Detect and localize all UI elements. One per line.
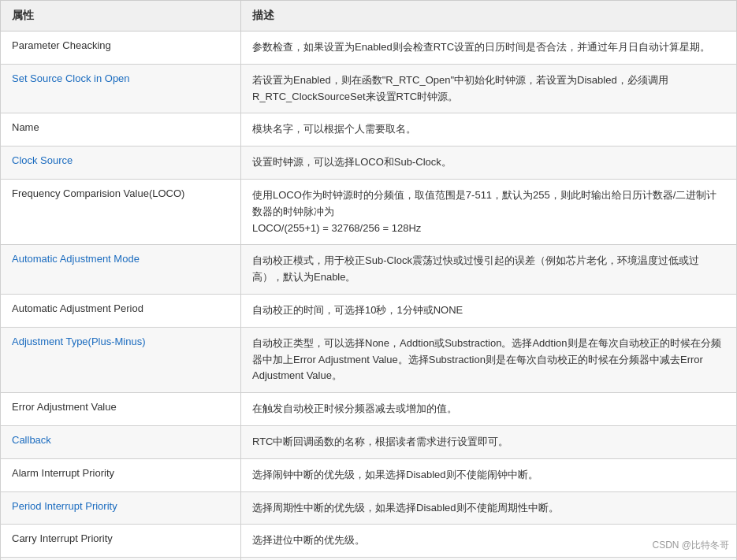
watermark: CSDN @比特冬哥 [652,539,729,552]
properties-table: 属性 描述 Parameter Cheacking参数检查，如果设置为Enabl… [0,0,737,560]
description-cell-period-interrupt-priority: 选择周期性中断的优先级，如果选择Disabled则不使能周期性中断。 [241,491,737,525]
table-row: RTCOUT输出引脚选择，可输出1Hz或64Hz的方波，无法在待机模式下使用。 [1,558,737,560]
table-row: Set Source Clock in Open若设置为Enabled，则在函数… [1,64,737,113]
description-cell-parameter-checking: 参数检查，如果设置为Enabled则会检查RTC设置的日历时间是否合法，并通过年… [241,32,737,65]
description-cell-alarm-interrupt-priority: 选择闹钟中断的优先级，如果选择Disabled则不使能闹钟中断。 [241,458,737,491]
description-cell-adjustment-type: 自动校正类型，可以选择None，Addtion或Substraction。选择A… [241,327,737,392]
description-cell-rtcout: 输出引脚选择，可输出1Hz或64Hz的方波，无法在待机模式下使用。 [241,558,737,560]
table-row: Frequency Comparision Value(LOCO)使用LOCO作… [1,179,737,244]
description-cell-clock-source: 设置时钟源，可以选择LOCO和Sub-Clock。 [241,146,737,180]
description-cell-name: 模块名字，可以根据个人需要取名。 [241,113,737,146]
table-row: Adjustment Type(Plus-Minus)自动校正类型，可以选择No… [1,327,737,392]
property-cell-name: Name [1,113,241,146]
property-cell-error-adjustment-value: Error Adjustment Value [1,393,241,426]
table-row: Period Interrupt Priority选择周期性中断的优先级，如果选… [1,491,737,525]
property-cell-adjustment-type: Adjustment Type(Plus-Minus) [1,327,241,392]
property-cell-clock-source: Clock Source [1,146,241,180]
property-cell-rtcout: RTCOUT [1,558,241,560]
header-property: 属性 [1,1,241,32]
property-cell-set-source-clock: Set Source Clock in Open [1,64,241,113]
table-row: Automatic Adjustment Mode自动校正模式，用于校正Sub-… [1,245,737,295]
description-cell-automatic-adjustment-period: 自动校正的时间，可选择10秒，1分钟或NONE [241,294,737,327]
property-cell-alarm-interrupt-priority: Alarm Interrupt Priority [1,458,241,491]
table-row: Automatic Adjustment Period自动校正的时间，可选择10… [1,294,737,327]
property-cell-automatic-adjustment-period: Automatic Adjustment Period [1,294,241,327]
property-cell-period-interrupt-priority: Period Interrupt Priority [1,491,241,525]
table-row: Alarm Interrupt Priority选择闹钟中断的优先级，如果选择D… [1,458,737,491]
table-row: CallbackRTC中断回调函数的名称，根据读者需求进行设置即可。 [1,425,737,458]
property-cell-parameter-checking: Parameter Cheacking [1,32,241,65]
description-cell-automatic-adjustment-mode: 自动校正模式，用于校正Sub-Clock震荡过快或过慢引起的误差（例如芯片老化，… [241,245,737,295]
property-cell-frequency-comparison: Frequency Comparision Value(LOCO) [1,179,241,244]
table-row: Parameter Cheacking参数检查，如果设置为Enabled则会检查… [1,32,737,65]
table-row: Carry Interrupt Priority选择进位中断的优先级。 [1,525,737,558]
description-cell-set-source-clock: 若设置为Enabled，则在函数"R_RTC_Open"中初始化时钟源，若设置为… [241,64,737,113]
description-cell-frequency-comparison: 使用LOCO作为时钟源时的分频值，取值范围是7-511，默认为255，则此时输出… [241,179,737,244]
property-cell-automatic-adjustment-mode: Automatic Adjustment Mode [1,245,241,295]
property-cell-carry-interrupt-priority: Carry Interrupt Priority [1,525,241,558]
table-row: Name模块名字，可以根据个人需要取名。 [1,113,737,146]
description-cell-callback: RTC中断回调函数的名称，根据读者需求进行设置即可。 [241,425,737,458]
property-cell-callback: Callback [1,425,241,458]
table-row: Clock Source设置时钟源，可以选择LOCO和Sub-Clock。 [1,146,737,180]
header-description: 描述 [241,1,737,32]
table-row: Error Adjustment Value在触发自动校正时候分频器减去或增加的… [1,393,737,426]
description-cell-error-adjustment-value: 在触发自动校正时候分频器减去或增加的值。 [241,393,737,426]
